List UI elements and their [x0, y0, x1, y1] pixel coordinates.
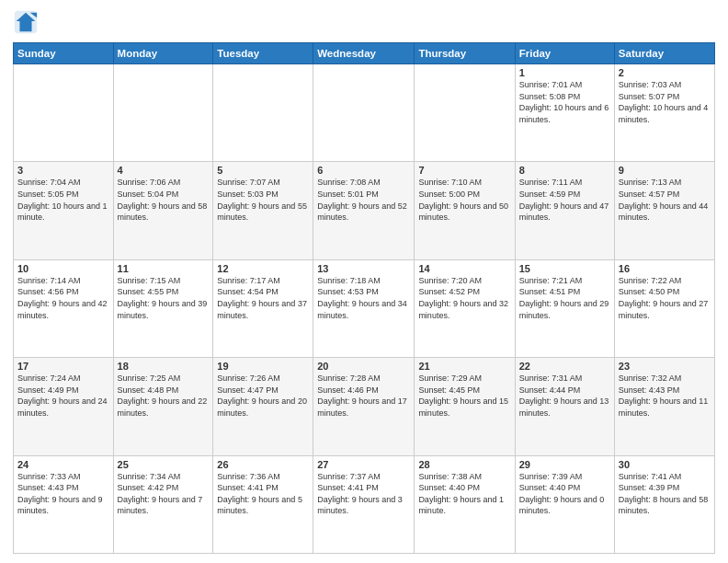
day-info: Sunrise: 7:29 AM Sunset: 4:45 PM Dayligh…	[418, 373, 510, 419]
calendar: SundayMondayTuesdayWednesdayThursdayFrid…	[13, 42, 715, 554]
calendar-cell: 3Sunrise: 7:04 AM Sunset: 5:05 PM Daylig…	[14, 162, 114, 259]
calendar-cell: 25Sunrise: 7:34 AM Sunset: 4:42 PM Dayli…	[113, 455, 213, 553]
calendar-header-tuesday: Tuesday	[213, 43, 313, 64]
calendar-cell: 26Sunrise: 7:36 AM Sunset: 4:41 PM Dayli…	[213, 455, 313, 553]
day-info: Sunrise: 7:41 AM Sunset: 4:39 PM Dayligh…	[619, 471, 711, 517]
calendar-cell: 4Sunrise: 7:06 AM Sunset: 5:04 PM Daylig…	[113, 162, 213, 259]
day-info: Sunrise: 7:24 AM Sunset: 4:49 PM Dayligh…	[17, 373, 109, 419]
calendar-cell	[313, 64, 415, 162]
day-info: Sunrise: 7:34 AM Sunset: 4:42 PM Dayligh…	[118, 471, 210, 517]
day-number: 16	[619, 263, 711, 274]
day-number: 9	[619, 165, 711, 176]
day-number: 20	[317, 361, 410, 372]
calendar-week-row: 1Sunrise: 7:01 AM Sunset: 5:08 PM Daylig…	[14, 64, 715, 162]
day-number: 6	[317, 165, 410, 176]
day-info: Sunrise: 7:37 AM Sunset: 4:41 PM Dayligh…	[317, 471, 410, 517]
day-info: Sunrise: 7:18 AM Sunset: 4:53 PM Dayligh…	[317, 275, 410, 321]
day-number: 18	[118, 361, 210, 372]
day-number: 19	[217, 361, 309, 372]
day-number: 15	[519, 263, 610, 274]
day-info: Sunrise: 7:06 AM Sunset: 5:04 PM Dayligh…	[118, 177, 210, 223]
day-info: Sunrise: 7:01 AM Sunset: 5:08 PM Dayligh…	[519, 79, 610, 125]
calendar-cell: 7Sunrise: 7:10 AM Sunset: 5:00 PM Daylig…	[415, 162, 515, 259]
day-info: Sunrise: 7:08 AM Sunset: 5:01 PM Dayligh…	[317, 177, 410, 223]
day-info: Sunrise: 7:22 AM Sunset: 4:50 PM Dayligh…	[619, 275, 711, 321]
calendar-header-saturday: Saturday	[614, 43, 714, 64]
calendar-cell: 28Sunrise: 7:38 AM Sunset: 4:40 PM Dayli…	[415, 455, 515, 553]
day-number: 7	[418, 165, 510, 176]
calendar-body: 1Sunrise: 7:01 AM Sunset: 5:08 PM Daylig…	[14, 64, 715, 554]
day-number: 1	[519, 67, 610, 78]
calendar-cell: 18Sunrise: 7:25 AM Sunset: 4:48 PM Dayli…	[113, 358, 213, 455]
day-info: Sunrise: 7:10 AM Sunset: 5:00 PM Dayligh…	[418, 177, 510, 223]
day-number: 24	[17, 459, 109, 470]
calendar-cell: 17Sunrise: 7:24 AM Sunset: 4:49 PM Dayli…	[14, 358, 114, 455]
calendar-cell	[415, 64, 515, 162]
calendar-cell: 9Sunrise: 7:13 AM Sunset: 4:57 PM Daylig…	[614, 162, 714, 259]
calendar-week-row: 10Sunrise: 7:14 AM Sunset: 4:56 PM Dayli…	[14, 259, 715, 357]
day-info: Sunrise: 7:15 AM Sunset: 4:55 PM Dayligh…	[118, 275, 210, 321]
day-number: 26	[217, 459, 309, 470]
day-number: 2	[619, 67, 711, 78]
calendar-cell: 1Sunrise: 7:01 AM Sunset: 5:08 PM Daylig…	[515, 64, 614, 162]
day-info: Sunrise: 7:17 AM Sunset: 4:54 PM Dayligh…	[217, 275, 309, 321]
calendar-cell: 16Sunrise: 7:22 AM Sunset: 4:50 PM Dayli…	[614, 259, 714, 357]
calendar-cell: 27Sunrise: 7:37 AM Sunset: 4:41 PM Dayli…	[313, 455, 415, 553]
day-number: 23	[619, 361, 711, 372]
calendar-cell: 19Sunrise: 7:26 AM Sunset: 4:47 PM Dayli…	[213, 358, 313, 455]
calendar-cell	[213, 64, 313, 162]
calendar-cell: 12Sunrise: 7:17 AM Sunset: 4:54 PM Dayli…	[213, 259, 313, 357]
day-info: Sunrise: 7:04 AM Sunset: 5:05 PM Dayligh…	[17, 177, 109, 223]
day-number: 10	[17, 263, 109, 274]
calendar-header-sunday: Sunday	[14, 43, 114, 64]
day-number: 8	[519, 165, 610, 176]
day-info: Sunrise: 7:03 AM Sunset: 5:07 PM Dayligh…	[619, 79, 711, 125]
calendar-cell	[14, 64, 114, 162]
day-number: 4	[118, 165, 210, 176]
day-number: 27	[317, 459, 410, 470]
calendar-cell: 10Sunrise: 7:14 AM Sunset: 4:56 PM Dayli…	[14, 259, 114, 357]
calendar-cell: 8Sunrise: 7:11 AM Sunset: 4:59 PM Daylig…	[515, 162, 614, 259]
calendar-week-row: 3Sunrise: 7:04 AM Sunset: 5:05 PM Daylig…	[14, 162, 715, 259]
day-number: 12	[217, 263, 309, 274]
calendar-cell: 2Sunrise: 7:03 AM Sunset: 5:07 PM Daylig…	[614, 64, 714, 162]
calendar-cell: 6Sunrise: 7:08 AM Sunset: 5:01 PM Daylig…	[313, 162, 415, 259]
day-number: 11	[118, 263, 210, 274]
day-info: Sunrise: 7:20 AM Sunset: 4:52 PM Dayligh…	[418, 275, 510, 321]
day-info: Sunrise: 7:13 AM Sunset: 4:57 PM Dayligh…	[619, 177, 711, 223]
calendar-week-row: 24Sunrise: 7:33 AM Sunset: 4:43 PM Dayli…	[14, 455, 715, 553]
calendar-week-row: 17Sunrise: 7:24 AM Sunset: 4:49 PM Dayli…	[14, 358, 715, 455]
calendar-cell: 13Sunrise: 7:18 AM Sunset: 4:53 PM Dayli…	[313, 259, 415, 357]
calendar-cell	[113, 64, 213, 162]
calendar-header-thursday: Thursday	[415, 43, 515, 64]
day-info: Sunrise: 7:33 AM Sunset: 4:43 PM Dayligh…	[17, 471, 109, 517]
calendar-cell: 11Sunrise: 7:15 AM Sunset: 4:55 PM Dayli…	[113, 259, 213, 357]
day-info: Sunrise: 7:14 AM Sunset: 4:56 PM Dayligh…	[17, 275, 109, 321]
calendar-cell: 21Sunrise: 7:29 AM Sunset: 4:45 PM Dayli…	[415, 358, 515, 455]
day-number: 3	[17, 165, 109, 176]
day-number: 14	[418, 263, 510, 274]
day-number: 21	[418, 361, 510, 372]
day-info: Sunrise: 7:39 AM Sunset: 4:40 PM Dayligh…	[519, 471, 610, 517]
calendar-cell: 22Sunrise: 7:31 AM Sunset: 4:44 PM Dayli…	[515, 358, 614, 455]
day-info: Sunrise: 7:36 AM Sunset: 4:41 PM Dayligh…	[217, 471, 309, 517]
day-info: Sunrise: 7:28 AM Sunset: 4:46 PM Dayligh…	[317, 373, 410, 419]
calendar-cell: 23Sunrise: 7:32 AM Sunset: 4:43 PM Dayli…	[614, 358, 714, 455]
day-number: 30	[619, 459, 711, 470]
day-info: Sunrise: 7:25 AM Sunset: 4:48 PM Dayligh…	[118, 373, 210, 419]
calendar-cell: 20Sunrise: 7:28 AM Sunset: 4:46 PM Dayli…	[313, 358, 415, 455]
calendar-header-monday: Monday	[113, 43, 213, 64]
day-number: 29	[519, 459, 610, 470]
day-number: 17	[17, 361, 109, 372]
calendar-header-row: SundayMondayTuesdayWednesdayThursdayFrid…	[14, 43, 715, 64]
day-number: 25	[118, 459, 210, 470]
logo	[13, 9, 42, 35]
day-info: Sunrise: 7:26 AM Sunset: 4:47 PM Dayligh…	[217, 373, 309, 419]
calendar-cell: 29Sunrise: 7:39 AM Sunset: 4:40 PM Dayli…	[515, 455, 614, 553]
calendar-header-friday: Friday	[515, 43, 614, 64]
day-info: Sunrise: 7:31 AM Sunset: 4:44 PM Dayligh…	[519, 373, 610, 419]
day-info: Sunrise: 7:38 AM Sunset: 4:40 PM Dayligh…	[418, 471, 510, 517]
day-info: Sunrise: 7:21 AM Sunset: 4:51 PM Dayligh…	[519, 275, 610, 321]
day-number: 22	[519, 361, 610, 372]
calendar-cell: 30Sunrise: 7:41 AM Sunset: 4:39 PM Dayli…	[614, 455, 714, 553]
